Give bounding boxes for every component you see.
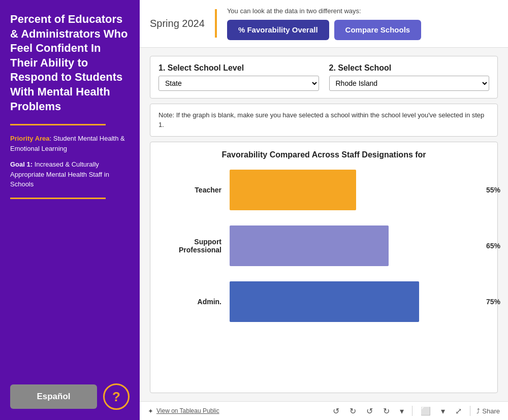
header-instruction: You can look at the data in two differen…	[227, 7, 498, 15]
school-group: 2. Select School Rhode Island	[329, 63, 490, 91]
right-panel: Spring 2024 You can look at the data in …	[140, 0, 508, 420]
share-button[interactable]: ⤴ Share	[477, 407, 500, 415]
sidebar: Percent of Educators & Administrators Wh…	[0, 0, 140, 420]
bar-row-admin: Admin. 75%	[166, 281, 482, 322]
goal-label: Goal 1:	[10, 160, 33, 168]
bar-container-admin: 75%	[230, 281, 482, 322]
compare-schools-button[interactable]: Compare Schools	[334, 20, 422, 40]
bar-container-teacher: 55%	[230, 170, 482, 210]
help-button[interactable]: ?	[103, 383, 130, 410]
espanol-button[interactable]: Español	[10, 384, 97, 409]
content-area: 1. Select School Level State District Sc…	[140, 48, 508, 402]
header-accent-divider	[215, 9, 217, 38]
bar-row-support: SupportProfessional 65%	[166, 225, 482, 266]
bar-label-admin: Admin.	[166, 298, 221, 306]
note-box: Note: If the graph is blank, make sure y…	[150, 104, 498, 137]
forward-arrow-button[interactable]: ▾	[398, 405, 406, 417]
footer-divider-2	[470, 406, 470, 416]
school-level-label: 1. Select School Level	[158, 63, 319, 73]
redo-button[interactable]: ↻	[347, 405, 358, 417]
favorability-button[interactable]: % Favorability Overall	[227, 20, 329, 40]
bar-value-admin: 75%	[486, 298, 500, 306]
bar-value-support: 65%	[486, 242, 500, 250]
bar-value-teacher: 55%	[486, 186, 500, 194]
bar-label-teacher: Teacher	[166, 186, 221, 194]
footer-divider-1	[412, 406, 412, 416]
share-label: Share	[482, 407, 500, 415]
school-label: 2. Select School	[329, 63, 490, 73]
bar-label-support: SupportProfessional	[166, 238, 221, 254]
chart-box: Favorability Compared Across Staff Desig…	[150, 142, 498, 394]
back-button[interactable]: ↺	[364, 405, 375, 417]
sidebar-divider-top	[10, 124, 106, 125]
sidebar-goal: Goal 1: Increased & Culturally Appropria…	[10, 159, 130, 189]
school-level-select[interactable]: State District School	[158, 76, 319, 91]
forward-button[interactable]: ↻	[381, 405, 392, 417]
school-level-group: 1. Select School Level State District Sc…	[158, 63, 319, 91]
season-label: Spring 2024	[150, 18, 205, 29]
school-select[interactable]: Rhode Island	[329, 76, 490, 91]
footer-toolbar: ✦ View on Tableau Public ↺ ↻ ↺ ↻ ▾ ⬜ ▾ ⤢…	[140, 401, 508, 420]
grid-icon: ✦	[148, 407, 153, 415]
sidebar-priority-area: Priority Area: Student Mental Health & E…	[10, 134, 130, 153]
bar-teacher	[230, 170, 356, 210]
tableau-link[interactable]: View on Tableau Public	[156, 407, 219, 414]
chart-bars: Teacher 55% SupportProfessional 65%	[161, 170, 487, 322]
header-right: You can look at the data in two differen…	[227, 7, 498, 40]
expand-button[interactable]: ▾	[439, 405, 447, 417]
bar-container-support: 65%	[230, 225, 482, 266]
sidebar-bottom: Español ?	[10, 383, 130, 410]
select-row: 1. Select School Level State District Sc…	[150, 56, 498, 99]
priority-area-label: Priority Area	[10, 135, 50, 142]
header-buttons: % Favorability Overall Compare Schools	[227, 20, 498, 40]
undo-button[interactable]: ↺	[331, 405, 341, 417]
footer-right: ↺ ↻ ↺ ↻ ▾ ⬜ ▾ ⤢ ⤴ Share	[331, 405, 500, 417]
sidebar-title: Percent of Educators & Administrators Wh…	[10, 12, 130, 114]
chart-title: Favorability Compared Across Staff Desig…	[161, 150, 487, 159]
note-text: Note: If the graph is blank, make sure y…	[158, 111, 484, 129]
view-button[interactable]: ⬜	[419, 405, 433, 417]
fullscreen-button[interactable]: ⤢	[453, 405, 464, 417]
bar-admin	[230, 281, 419, 322]
bar-support	[230, 225, 389, 266]
share-icon: ⤴	[477, 407, 480, 415]
bar-row-teacher: Teacher 55%	[166, 170, 482, 210]
footer-left: ✦ View on Tableau Public	[148, 407, 219, 415]
header: Spring 2024 You can look at the data in …	[140, 0, 508, 48]
sidebar-divider-bottom	[10, 198, 106, 199]
